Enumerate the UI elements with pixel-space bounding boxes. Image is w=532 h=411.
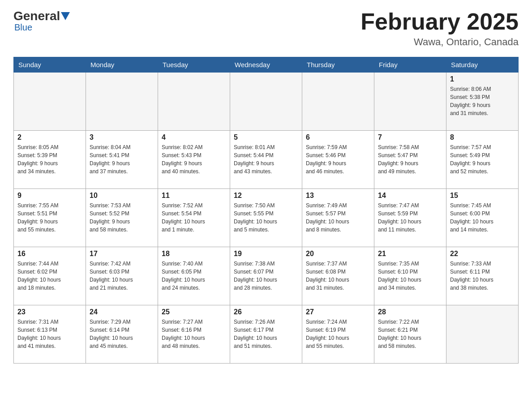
- weekday-header-wednesday: Wednesday: [230, 57, 302, 73]
- day-info: Sunrise: 7:31 AMSunset: 6:13 PMDaylight:…: [17, 318, 82, 350]
- day-number: 15: [450, 192, 515, 200]
- day-info: Sunrise: 8:04 AMSunset: 5:41 PMDaylight:…: [90, 143, 154, 176]
- day-info: Sunrise: 7:52 AMSunset: 5:54 PMDaylight:…: [162, 201, 226, 234]
- day-number: 25: [162, 308, 226, 316]
- weekday-header-saturday: Saturday: [446, 57, 519, 73]
- day-number: 19: [234, 250, 298, 258]
- calendar-cell: 12Sunrise: 7:50 AMSunset: 5:55 PMDayligh…: [230, 189, 302, 247]
- day-info: Sunrise: 7:58 AMSunset: 5:47 PMDaylight:…: [378, 143, 442, 176]
- day-number: 13: [306, 192, 370, 200]
- calendar-cell: 25Sunrise: 7:27 AMSunset: 6:16 PMDayligh…: [158, 305, 230, 364]
- weekday-header-tuesday: Tuesday: [158, 57, 230, 73]
- day-info: Sunrise: 7:29 AMSunset: 6:14 PMDaylight:…: [90, 318, 154, 350]
- day-info: Sunrise: 7:45 AMSunset: 6:00 PMDaylight:…: [450, 201, 515, 234]
- day-info: Sunrise: 7:59 AMSunset: 5:46 PMDaylight:…: [306, 143, 370, 176]
- weekday-header-sunday: Sunday: [14, 57, 86, 73]
- day-number: 21: [378, 250, 442, 258]
- day-info: Sunrise: 7:57 AMSunset: 5:49 PMDaylight:…: [450, 143, 515, 176]
- day-info: Sunrise: 7:33 AMSunset: 6:11 PMDaylight:…: [450, 260, 515, 292]
- day-info: Sunrise: 7:26 AMSunset: 6:17 PMDaylight:…: [234, 318, 298, 350]
- weekday-header-friday: Friday: [374, 57, 446, 73]
- weekday-header-row: SundayMondayTuesdayWednesdayThursdayFrid…: [14, 57, 519, 73]
- day-info: Sunrise: 7:49 AMSunset: 5:57 PMDaylight:…: [306, 201, 370, 234]
- calendar-cell: 11Sunrise: 7:52 AMSunset: 5:54 PMDayligh…: [158, 189, 230, 247]
- calendar-cell: 7Sunrise: 7:58 AMSunset: 5:47 PMDaylight…: [374, 131, 446, 189]
- day-info: Sunrise: 7:53 AMSunset: 5:52 PMDaylight:…: [90, 201, 154, 234]
- day-number: 26: [234, 308, 298, 316]
- day-info: Sunrise: 7:24 AMSunset: 6:19 PMDaylight:…: [306, 318, 370, 350]
- logo: General Blue: [13, 9, 71, 33]
- logo-blue-text: Blue: [14, 22, 32, 33]
- calendar-cell: 21Sunrise: 7:35 AMSunset: 6:10 PMDayligh…: [374, 247, 446, 305]
- day-info: Sunrise: 7:35 AMSunset: 6:10 PMDaylight:…: [378, 260, 442, 292]
- day-number: 2: [17, 133, 82, 141]
- day-number: 17: [90, 250, 154, 258]
- day-info: Sunrise: 7:37 AMSunset: 6:08 PMDaylight:…: [306, 260, 370, 292]
- calendar-cell: 5Sunrise: 8:01 AMSunset: 5:44 PMDaylight…: [230, 131, 302, 189]
- day-number: 14: [378, 192, 442, 200]
- calendar-table: SundayMondayTuesdayWednesdayThursdayFrid…: [13, 57, 519, 364]
- calendar-cell: 10Sunrise: 7:53 AMSunset: 5:52 PMDayligh…: [86, 189, 158, 247]
- calendar-cell: 1Sunrise: 8:06 AMSunset: 5:38 PMDaylight…: [446, 73, 519, 131]
- calendar-cell: 4Sunrise: 8:02 AMSunset: 5:43 PMDaylight…: [158, 131, 230, 189]
- day-info: Sunrise: 7:55 AMSunset: 5:51 PMDaylight:…: [17, 201, 82, 234]
- calendar-cell: 26Sunrise: 7:26 AMSunset: 6:17 PMDayligh…: [230, 305, 302, 364]
- day-number: 7: [378, 133, 442, 141]
- calendar-cell: 23Sunrise: 7:31 AMSunset: 6:13 PMDayligh…: [14, 305, 86, 364]
- day-info: Sunrise: 8:05 AMSunset: 5:39 PMDaylight:…: [17, 143, 82, 176]
- day-info: Sunrise: 7:44 AMSunset: 6:02 PMDaylight:…: [17, 260, 82, 292]
- day-info: Sunrise: 8:02 AMSunset: 5:43 PMDaylight:…: [162, 143, 226, 176]
- calendar-cell: 18Sunrise: 7:40 AMSunset: 6:05 PMDayligh…: [158, 247, 230, 305]
- day-number: 22: [450, 250, 515, 258]
- day-number: 18: [162, 250, 226, 258]
- month-title: February 2025: [360, 9, 519, 34]
- calendar-cell: 22Sunrise: 7:33 AMSunset: 6:11 PMDayligh…: [446, 247, 519, 305]
- day-number: 8: [450, 133, 515, 141]
- day-number: 6: [306, 133, 370, 141]
- calendar-cell: 27Sunrise: 7:24 AMSunset: 6:19 PMDayligh…: [302, 305, 374, 364]
- day-number: 20: [306, 250, 370, 258]
- calendar-cell: 2Sunrise: 8:05 AMSunset: 5:39 PMDaylight…: [14, 131, 86, 189]
- day-number: 3: [90, 133, 154, 141]
- day-number: 27: [306, 308, 370, 316]
- day-info: Sunrise: 8:01 AMSunset: 5:44 PMDaylight:…: [234, 143, 298, 176]
- calendar-cell: [86, 73, 158, 131]
- calendar-cell: 13Sunrise: 7:49 AMSunset: 5:57 PMDayligh…: [302, 189, 374, 247]
- logo-general-text: General: [13, 9, 60, 23]
- calendar-cell: 19Sunrise: 7:38 AMSunset: 6:07 PMDayligh…: [230, 247, 302, 305]
- day-number: 5: [234, 133, 298, 141]
- day-info: Sunrise: 7:47 AMSunset: 5:59 PMDaylight:…: [378, 201, 442, 234]
- calendar-cell: 16Sunrise: 7:44 AMSunset: 6:02 PMDayligh…: [14, 247, 86, 305]
- calendar-cell: 24Sunrise: 7:29 AMSunset: 6:14 PMDayligh…: [86, 305, 158, 364]
- day-number: 4: [162, 133, 226, 141]
- day-number: 24: [90, 308, 154, 316]
- day-number: 12: [234, 192, 298, 200]
- weekday-header-monday: Monday: [86, 57, 158, 73]
- calendar-week-row: 23Sunrise: 7:31 AMSunset: 6:13 PMDayligh…: [14, 305, 519, 364]
- day-number: 28: [378, 308, 442, 316]
- day-info: Sunrise: 7:50 AMSunset: 5:55 PMDaylight:…: [234, 201, 298, 234]
- day-number: 16: [17, 250, 82, 258]
- logo-triangle-icon: [61, 12, 70, 20]
- location-text: Wawa, Ontario, Canada: [360, 36, 519, 48]
- calendar-cell: 28Sunrise: 7:22 AMSunset: 6:21 PMDayligh…: [374, 305, 446, 364]
- calendar-week-row: 1Sunrise: 8:06 AMSunset: 5:38 PMDaylight…: [14, 73, 519, 131]
- day-info: Sunrise: 7:38 AMSunset: 6:07 PMDaylight:…: [234, 260, 298, 292]
- weekday-header-thursday: Thursday: [302, 57, 374, 73]
- calendar-cell: [158, 73, 230, 131]
- calendar-cell: [446, 305, 519, 364]
- calendar-cell: 8Sunrise: 7:57 AMSunset: 5:49 PMDaylight…: [446, 131, 519, 189]
- day-number: 11: [162, 192, 226, 200]
- calendar-cell: 15Sunrise: 7:45 AMSunset: 6:00 PMDayligh…: [446, 189, 519, 247]
- day-info: Sunrise: 7:22 AMSunset: 6:21 PMDaylight:…: [378, 318, 442, 350]
- day-info: Sunrise: 7:27 AMSunset: 6:16 PMDaylight:…: [162, 318, 226, 350]
- calendar-cell: 6Sunrise: 7:59 AMSunset: 5:46 PMDaylight…: [302, 131, 374, 189]
- calendar-cell: [374, 73, 446, 131]
- day-info: Sunrise: 7:40 AMSunset: 6:05 PMDaylight:…: [162, 260, 226, 292]
- calendar-cell: 3Sunrise: 8:04 AMSunset: 5:41 PMDaylight…: [86, 131, 158, 189]
- calendar-week-row: 16Sunrise: 7:44 AMSunset: 6:02 PMDayligh…: [14, 247, 519, 305]
- calendar-week-row: 9Sunrise: 7:55 AMSunset: 5:51 PMDaylight…: [14, 189, 519, 247]
- calendar-cell: 9Sunrise: 7:55 AMSunset: 5:51 PMDaylight…: [14, 189, 86, 247]
- day-number: 9: [17, 192, 82, 200]
- day-number: 10: [90, 192, 154, 200]
